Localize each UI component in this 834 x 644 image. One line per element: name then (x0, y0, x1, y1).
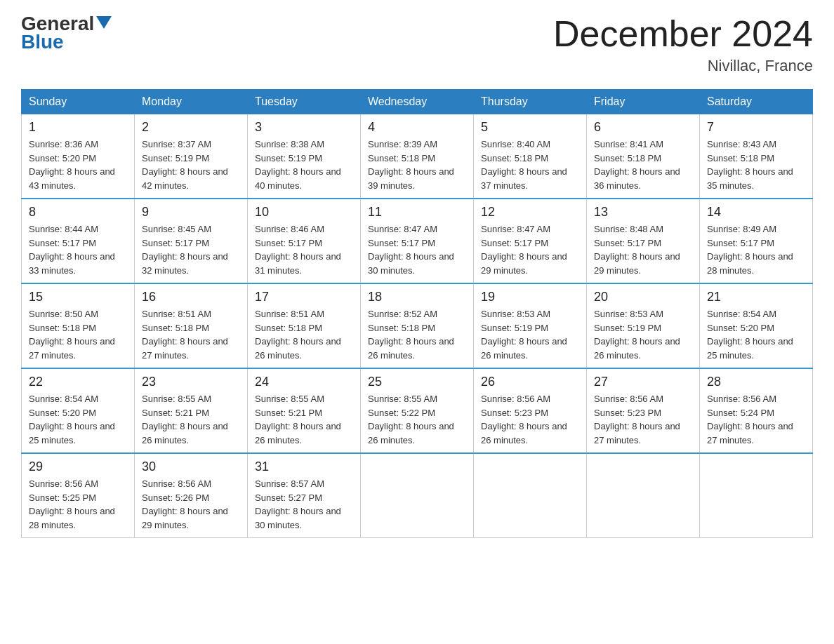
day-number: 21 (707, 290, 805, 304)
calendar-cell: 26 Sunrise: 8:56 AM Sunset: 5:23 PM Dayl… (474, 368, 587, 453)
calendar-cell: 23 Sunrise: 8:55 AM Sunset: 5:21 PM Dayl… (135, 368, 248, 453)
calendar-cell: 7 Sunrise: 8:43 AM Sunset: 5:18 PM Dayli… (700, 114, 813, 199)
calendar-cell: 22 Sunrise: 8:54 AM Sunset: 5:20 PM Dayl… (22, 368, 135, 453)
calendar-cell: 30 Sunrise: 8:56 AM Sunset: 5:26 PM Dayl… (135, 453, 248, 538)
day-info: Sunrise: 8:56 AM Sunset: 5:24 PM Dayligh… (707, 392, 805, 447)
day-number: 18 (368, 290, 466, 304)
calendar-cell: 1 Sunrise: 8:36 AM Sunset: 5:20 PM Dayli… (22, 114, 135, 199)
week-row-3: 15 Sunrise: 8:50 AM Sunset: 5:18 PM Dayl… (22, 283, 813, 368)
week-row-5: 29 Sunrise: 8:56 AM Sunset: 5:25 PM Dayl… (22, 453, 813, 538)
week-row-1: 1 Sunrise: 8:36 AM Sunset: 5:20 PM Dayli… (22, 114, 813, 199)
day-info: Sunrise: 8:57 AM Sunset: 5:27 PM Dayligh… (255, 477, 353, 532)
logo: General Blue (21, 14, 112, 53)
logo-blue: Blue (21, 31, 64, 53)
day-number: 24 (255, 375, 353, 389)
day-number: 12 (481, 205, 579, 220)
calendar-cell: 16 Sunrise: 8:51 AM Sunset: 5:18 PM Dayl… (135, 283, 248, 368)
day-number: 23 (142, 375, 240, 389)
calendar-cell (587, 453, 700, 538)
day-info: Sunrise: 8:55 AM Sunset: 5:21 PM Dayligh… (255, 392, 353, 447)
day-number: 15 (29, 290, 127, 304)
calendar-subtitle: Nivillac, France (553, 57, 813, 75)
calendar-cell: 27 Sunrise: 8:56 AM Sunset: 5:23 PM Dayl… (587, 368, 700, 453)
day-info: Sunrise: 8:46 AM Sunset: 5:17 PM Dayligh… (255, 222, 353, 277)
day-info: Sunrise: 8:56 AM Sunset: 5:23 PM Dayligh… (481, 392, 579, 447)
day-number: 4 (368, 120, 466, 135)
day-info: Sunrise: 8:56 AM Sunset: 5:25 PM Dayligh… (29, 477, 127, 532)
calendar-cell: 25 Sunrise: 8:55 AM Sunset: 5:22 PM Dayl… (361, 368, 474, 453)
calendar-cell: 21 Sunrise: 8:54 AM Sunset: 5:20 PM Dayl… (700, 283, 813, 368)
day-info: Sunrise: 8:55 AM Sunset: 5:22 PM Dayligh… (368, 392, 466, 447)
header-friday: Friday (587, 90, 700, 114)
calendar-cell: 13 Sunrise: 8:48 AM Sunset: 5:17 PM Dayl… (587, 199, 700, 283)
header-thursday: Thursday (474, 90, 587, 114)
calendar-cell (700, 453, 813, 538)
calendar-cell: 31 Sunrise: 8:57 AM Sunset: 5:27 PM Dayl… (248, 453, 361, 538)
calendar-cell: 11 Sunrise: 8:47 AM Sunset: 5:17 PM Dayl… (361, 199, 474, 283)
calendar-cell: 17 Sunrise: 8:51 AM Sunset: 5:18 PM Dayl… (248, 283, 361, 368)
calendar-cell: 24 Sunrise: 8:55 AM Sunset: 5:21 PM Dayl… (248, 368, 361, 453)
day-number: 3 (255, 120, 353, 135)
day-info: Sunrise: 8:44 AM Sunset: 5:17 PM Dayligh… (29, 222, 127, 277)
day-number: 14 (707, 205, 805, 220)
day-number: 6 (594, 120, 692, 135)
day-number: 17 (255, 290, 353, 304)
day-number: 19 (481, 290, 579, 304)
day-info: Sunrise: 8:51 AM Sunset: 5:18 PM Dayligh… (142, 307, 240, 362)
week-row-2: 8 Sunrise: 8:44 AM Sunset: 5:17 PM Dayli… (22, 199, 813, 283)
header-sunday: Sunday (22, 90, 135, 114)
day-number: 27 (594, 375, 692, 389)
calendar-cell: 2 Sunrise: 8:37 AM Sunset: 5:19 PM Dayli… (135, 114, 248, 199)
day-info: Sunrise: 8:50 AM Sunset: 5:18 PM Dayligh… (29, 307, 127, 362)
calendar-cell: 12 Sunrise: 8:47 AM Sunset: 5:17 PM Dayl… (474, 199, 587, 283)
day-info: Sunrise: 8:54 AM Sunset: 5:20 PM Dayligh… (707, 307, 805, 362)
day-info: Sunrise: 8:47 AM Sunset: 5:17 PM Dayligh… (368, 222, 466, 277)
calendar-cell: 10 Sunrise: 8:46 AM Sunset: 5:17 PM Dayl… (248, 199, 361, 283)
day-info: Sunrise: 8:56 AM Sunset: 5:26 PM Dayligh… (142, 477, 240, 532)
header: General Blue December 2024 Nivillac, Fra… (21, 14, 813, 75)
day-info: Sunrise: 8:37 AM Sunset: 5:19 PM Dayligh… (142, 137, 240, 192)
calendar-cell: 14 Sunrise: 8:49 AM Sunset: 5:17 PM Dayl… (700, 199, 813, 283)
calendar-cell: 18 Sunrise: 8:52 AM Sunset: 5:18 PM Dayl… (361, 283, 474, 368)
day-info: Sunrise: 8:55 AM Sunset: 5:21 PM Dayligh… (142, 392, 240, 447)
calendar-title: December 2024 (553, 14, 813, 54)
calendar-cell: 15 Sunrise: 8:50 AM Sunset: 5:18 PM Dayl… (22, 283, 135, 368)
day-number: 30 (142, 459, 240, 474)
day-number: 20 (594, 290, 692, 304)
day-number: 5 (481, 120, 579, 135)
day-info: Sunrise: 8:41 AM Sunset: 5:18 PM Dayligh… (594, 137, 692, 192)
day-number: 8 (29, 205, 127, 220)
days-header-row: Sunday Monday Tuesday Wednesday Thursday… (22, 90, 813, 114)
day-number: 26 (481, 375, 579, 389)
day-number: 11 (368, 205, 466, 220)
day-number: 25 (368, 375, 466, 389)
day-number: 2 (142, 120, 240, 135)
title-area: December 2024 Nivillac, France (553, 14, 813, 75)
day-info: Sunrise: 8:47 AM Sunset: 5:17 PM Dayligh… (481, 222, 579, 277)
header-wednesday: Wednesday (361, 90, 474, 114)
day-info: Sunrise: 8:49 AM Sunset: 5:17 PM Dayligh… (707, 222, 805, 277)
header-saturday: Saturday (700, 90, 813, 114)
calendar-cell: 6 Sunrise: 8:41 AM Sunset: 5:18 PM Dayli… (587, 114, 700, 199)
day-info: Sunrise: 8:56 AM Sunset: 5:23 PM Dayligh… (594, 392, 692, 447)
day-info: Sunrise: 8:51 AM Sunset: 5:18 PM Dayligh… (255, 307, 353, 362)
calendar-cell: 28 Sunrise: 8:56 AM Sunset: 5:24 PM Dayl… (700, 368, 813, 453)
day-number: 9 (142, 205, 240, 220)
svg-marker-0 (96, 16, 112, 29)
day-info: Sunrise: 8:52 AM Sunset: 5:18 PM Dayligh… (368, 307, 466, 362)
day-info: Sunrise: 8:53 AM Sunset: 5:19 PM Dayligh… (481, 307, 579, 362)
logo-triangle-icon (96, 16, 112, 29)
day-info: Sunrise: 8:36 AM Sunset: 5:20 PM Dayligh… (29, 137, 127, 192)
day-info: Sunrise: 8:39 AM Sunset: 5:18 PM Dayligh… (368, 137, 466, 192)
day-info: Sunrise: 8:43 AM Sunset: 5:18 PM Dayligh… (707, 137, 805, 192)
calendar-table: Sunday Monday Tuesday Wednesday Thursday… (21, 89, 813, 538)
day-info: Sunrise: 8:40 AM Sunset: 5:18 PM Dayligh… (481, 137, 579, 192)
calendar-cell: 9 Sunrise: 8:45 AM Sunset: 5:17 PM Dayli… (135, 199, 248, 283)
day-number: 1 (29, 120, 127, 135)
calendar-cell: 8 Sunrise: 8:44 AM Sunset: 5:17 PM Dayli… (22, 199, 135, 283)
calendar-cell (361, 453, 474, 538)
calendar-cell: 20 Sunrise: 8:53 AM Sunset: 5:19 PM Dayl… (587, 283, 700, 368)
day-number: 29 (29, 459, 127, 474)
day-info: Sunrise: 8:53 AM Sunset: 5:19 PM Dayligh… (594, 307, 692, 362)
day-info: Sunrise: 8:54 AM Sunset: 5:20 PM Dayligh… (29, 392, 127, 447)
